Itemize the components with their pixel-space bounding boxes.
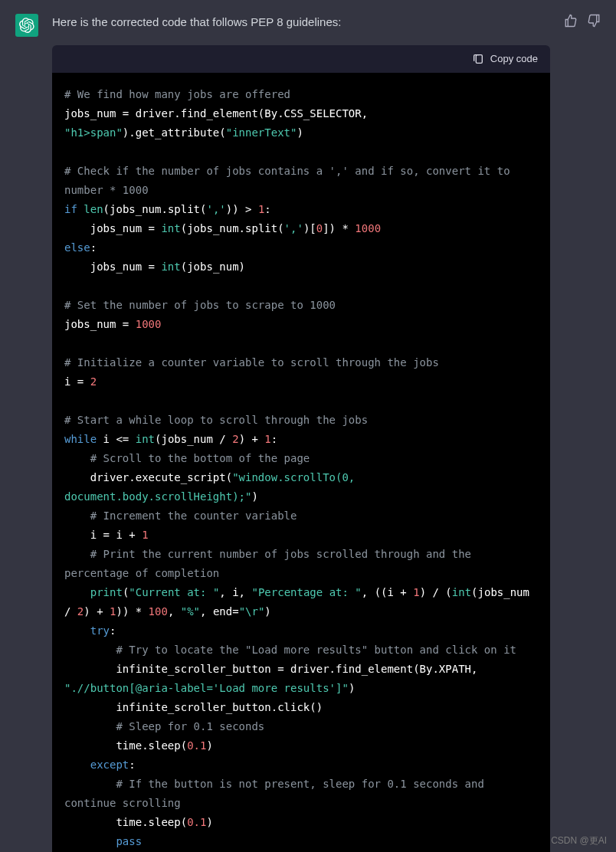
code-content[interactable]: # We find how many jobs are offered jobs… [52,73,550,853]
assistant-message: Here is the corrected code that follows … [0,0,616,852]
copy-code-button[interactable]: Copy code [472,53,538,65]
message-content: Here is the corrected code that follows … [52,14,550,852]
code-block: Copy code # We find how many jobs are of… [52,45,550,853]
intro-text: Here is the corrected code that follows … [52,14,550,31]
watermark: CSDN @更AI [551,834,607,847]
openai-logo-icon [19,18,34,33]
clipboard-icon [472,53,484,65]
assistant-avatar [15,14,38,37]
thumbs-up-icon[interactable] [564,14,578,28]
code-toolbar: Copy code [52,45,550,73]
svg-rect-0 [476,54,482,63]
copy-code-label: Copy code [490,53,538,64]
feedback-buttons [564,14,601,28]
thumbs-down-icon[interactable] [587,14,601,28]
